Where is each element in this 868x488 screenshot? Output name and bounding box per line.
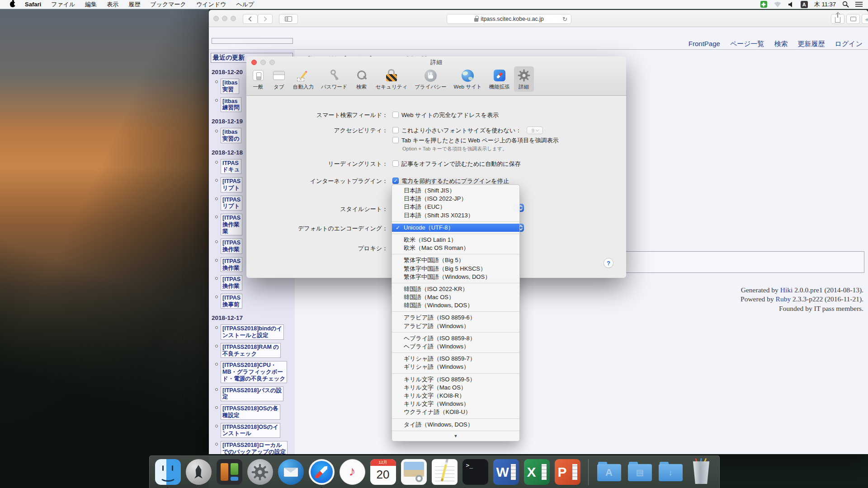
dock-item-downloads-folder[interactable]: ↓ [658,459,684,485]
menu-item-2[interactable]: 表示 [102,0,123,9]
encoding-option[interactable]: 韓国語（Windows, DOS） [392,301,519,310]
dock-item-terminal[interactable]: >_ [462,459,488,485]
window-controls[interactable] [213,16,236,21]
encoding-option[interactable]: 日本語（Shift JIS） [392,187,519,195]
prefs-tab-autofill[interactable]: 自動入力 [290,66,317,92]
prefs-tab-tabs[interactable]: タブ [269,66,289,92]
encoding-option[interactable]: キリル文字（Mac OS） [392,384,519,392]
menu-item-4[interactable]: ブックマーク [145,0,191,9]
sidebar-link[interactable]: [ITPASリプト [221,196,242,211]
dock-item-itunes[interactable]: ♪ [340,459,365,485]
sidebar-link[interactable]: [itbas実習の [221,128,241,143]
sidebar-link[interactable]: [ITPASS2018]OSのインストール [221,423,280,438]
sidebar-link[interactable]: [ITPAS換事前 [221,294,242,309]
url-field[interactable]: itpass.scitec.kobe-u.ac.jp ↻ [447,14,571,24]
min-font-size-checkbox[interactable] [392,127,399,133]
menu-item-5[interactable]: ウインドウ [191,0,231,9]
dock-item-system-preferences[interactable] [247,459,273,485]
menu-clock[interactable]: 木 11:37 [814,0,836,9]
encoding-option[interactable]: ギリシャ語（Windows） [392,363,519,371]
min-font-size-checkbox-label[interactable]: これより小さいフォントサイズを使わない： [401,127,521,135]
forward-button[interactable] [258,14,273,24]
dock-item-applications-folder[interactable]: A [596,459,622,485]
dock-item-trash[interactable] [689,459,714,485]
encoding-option[interactable]: 繁体字中国語（Windows, DOS） [392,273,519,281]
prefs-tab-privacy[interactable]: プライバシー [411,66,449,92]
volume-icon[interactable] [788,1,794,8]
encoding-option[interactable]: 日本語（EUC） [392,203,519,211]
show-all-tabs-button[interactable] [846,14,860,24]
prefs-tab-extensions[interactable]: 機能拡張 [486,66,513,92]
encoding-option[interactable]: 韓国語（ISO 2022-KR） [392,285,519,293]
prefs-tab-security[interactable]: セキュリティ [373,66,411,92]
tab-highlight-checkbox-label[interactable]: Tab キーを押したときに Web ページ上の各項目を強調表示 [401,136,559,145]
encoding-option[interactable]: ギリシャ語（ISO 8859-7） [392,355,519,363]
sidebar-link[interactable]: [ITPASS2018]RAM の不良チェック [221,343,281,358]
input-method-indicator[interactable]: A [801,1,808,8]
spotlight-search-icon[interactable] [842,1,849,8]
encoding-option[interactable]: 繁体字中国語（Big 5 HKSCS） [392,265,519,273]
encoding-option[interactable]: アラビア語（ISO 8859-6） [392,314,519,322]
prefs-tab-search[interactable]: 検索 [352,66,372,92]
dock-item-excel[interactable]: X [524,459,550,485]
dock-item-finder[interactable] [155,459,181,485]
reading-list-checkbox-label[interactable]: 記事をオフラインで読むために自動的に保存 [401,160,521,168]
reading-list-checkbox[interactable] [392,160,399,167]
nav-link-0[interactable]: FrontPage [689,40,720,48]
nav-link-1[interactable]: ページ一覧 [730,40,764,48]
help-button[interactable]: ? [604,258,613,268]
sidebar-link[interactable]: [itbas練習問 [221,97,241,113]
reload-icon[interactable]: ↻ [562,16,567,23]
font-size-popup[interactable]: 9 [527,127,543,134]
close-button[interactable] [213,16,219,21]
new-tab-button[interactable]: + [862,14,868,24]
dock-item-thunderbird[interactable] [278,459,304,485]
encoding-option[interactable]: 繁体字中国語（Big 5） [392,256,519,264]
dock-item-documents-folder[interactable]: ▤ [627,459,653,485]
dock-item-word[interactable]: W [493,459,519,485]
menu-item-1[interactable]: 編集 [80,0,102,9]
encoding-option[interactable]: ヘブライ語（ISO 8859-8） [392,334,519,343]
dock-item-safari[interactable] [309,459,335,485]
notification-center-icon[interactable] [855,1,863,7]
menu-item-3[interactable]: 履歴 [123,0,145,9]
wifi-icon[interactable] [774,1,782,8]
nav-link-4[interactable]: ログイン [835,40,863,48]
dock-item-tiles-app[interactable] [217,459,242,485]
encoding-option[interactable]: キリル文字（ISO 8859-5） [392,375,519,384]
apple-menu[interactable] [5,1,20,7]
sidebar-link[interactable]: [ITPASS2018]ローカルでのバックアップの設定 [221,441,288,454]
encoding-option-selected[interactable]: Unicode（UTF-8） [392,224,519,232]
zoom-button[interactable] [231,16,236,21]
sidebar-link[interactable]: [ITPAS換作業 [221,239,242,254]
sidebar-link[interactable]: [ITPAS換作業 [221,275,242,291]
share-button[interactable] [831,14,844,24]
status-green-app-icon[interactable] [760,1,767,8]
dock-item-calendar[interactable]: 12月20 [370,459,396,485]
smart-search-checkbox-label[interactable]: Web サイトの完全なアドレスを表示 [401,111,499,119]
sidebar-link[interactable]: [ITPASS2018]CPU・MB・グラフィックボード・電源の不良チェック [221,361,287,383]
dock-item-launchpad[interactable] [186,459,212,485]
dock-item-powerpoint[interactable]: P [555,459,580,485]
smart-search-checkbox[interactable] [392,112,399,118]
plugins-checkbox[interactable]: ✓ [392,178,399,184]
encoding-option[interactable]: キリル文字（Windows） [392,400,519,408]
footer-link-ruby[interactable]: Ruby [776,295,791,303]
tab-highlight-checkbox[interactable] [392,137,399,143]
sidebar-link[interactable]: [ITPASリプト [221,177,242,192]
nav-link-2[interactable]: 検索 [774,40,788,48]
encoding-option[interactable]: タイ語（Windows, DOS） [392,421,519,429]
minimize-button[interactable] [222,16,227,21]
encoding-option[interactable]: 欧米（ISO Latin 1） [392,236,519,244]
dock-item-notes[interactable] [432,459,458,485]
encoding-option[interactable]: ヘブライ語（Windows） [392,343,519,351]
encoding-option[interactable]: ウクライナ語（KOI8-U） [392,408,519,416]
prefs-tab-websites[interactable]: Web サイト [451,66,485,92]
encoding-option[interactable]: 韓国語（Mac OS） [392,293,519,301]
sidebar-link[interactable]: [ITPAS換作業 [221,257,242,272]
menu-item-0[interactable]: ファイル [46,0,80,9]
prefs-tab-advanced[interactable]: 詳細 [514,66,534,92]
menu-scroll-down-arrow[interactable]: ▼ [392,433,519,439]
sidebar-link[interactable]: [ITPASS2018]bindのインストールと設定 [221,324,284,340]
sidebar-link[interactable]: ITPASドキュ [221,159,241,174]
